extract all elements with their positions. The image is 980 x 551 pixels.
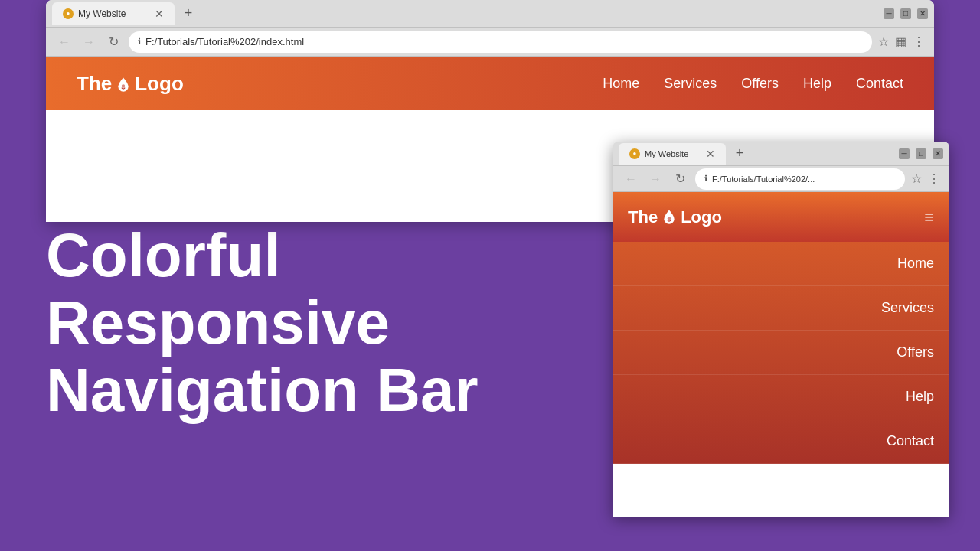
browser-tab-small[interactable]: ● My Website ✕ — [619, 143, 726, 165]
background-headline: Colorful Responsive Navigation Bar — [46, 222, 479, 424]
tab-bar-large: ● My Website ✕ + — [52, 2, 877, 25]
lock-icon-large: ℹ — [138, 37, 141, 47]
nav-link-help-large[interactable]: Help — [803, 76, 831, 92]
browser-window-small: ● My Website ✕ + ─ □ ✕ ← → ↻ ℹ F:/Tutori… — [612, 142, 949, 517]
maximize-button-small[interactable]: □ — [916, 148, 926, 159]
menu-icon-small[interactable]: ⋮ — [928, 171, 940, 186]
close-button-large[interactable]: ✕ — [917, 8, 928, 19]
logo-text-logo-small: Logo — [681, 207, 722, 227]
logo-text-the-small: The — [628, 207, 658, 227]
bookmark-icon-small[interactable]: ☆ — [911, 171, 922, 186]
address-actions-small: ☆ ⋮ — [911, 171, 940, 186]
site-logo-small: The Logo — [628, 207, 924, 227]
menu-icon-large[interactable]: ⋮ — [913, 34, 925, 49]
lock-icon-small: ℹ — [704, 174, 707, 184]
address-bar-large: ← → ↻ ℹ F:/Tutorials/Tutorial%202/index.… — [46, 28, 934, 57]
refresh-button-large[interactable]: ↻ — [104, 33, 122, 51]
logo-drop-icon — [115, 75, 132, 92]
hamburger-menu-button[interactable]: ≡ — [924, 207, 934, 227]
new-tab-button-large[interactable]: + — [178, 3, 199, 24]
tab-favicon-large: ● — [63, 8, 74, 19]
nav-link-offers-large[interactable]: Offers — [741, 76, 779, 92]
website-content-small — [612, 464, 949, 517]
close-button-small[interactable]: ✕ — [933, 148, 943, 159]
forward-button-small[interactable]: → — [646, 170, 665, 188]
tab-close-small[interactable]: ✕ — [706, 148, 715, 160]
tab-bar-small: ● My Website ✕ + — [619, 143, 893, 165]
mobile-nav-menu: Home Services Offers Help Contact — [612, 242, 949, 464]
refresh-button-small[interactable]: ↻ — [671, 170, 689, 188]
window-controls-large: ─ □ ✕ — [884, 8, 928, 19]
mobile-nav-contact[interactable]: Contact — [612, 419, 949, 464]
nav-link-contact-large[interactable]: Contact — [856, 76, 903, 92]
forward-button-large[interactable]: → — [80, 33, 98, 51]
address-input-large[interactable]: ℹ F:/Tutorials/Tutorial%202/index.html — [129, 31, 872, 53]
new-tab-button-small[interactable]: + — [729, 143, 750, 165]
browser-tab-large[interactable]: ● My Website ✕ — [52, 2, 175, 25]
address-input-small[interactable]: ℹ F:/Tutorials/Tutorial%202/... — [695, 168, 905, 190]
website-navbar-large: The Logo Home Services Offers Help Conta… — [46, 57, 934, 110]
minimize-button-small[interactable]: ─ — [899, 148, 910, 159]
logo-drop-icon-small — [661, 209, 678, 226]
logo-text-the: The — [77, 72, 112, 96]
nav-link-services-large[interactable]: Services — [664, 76, 717, 92]
cast-icon-large[interactable]: ▦ — [895, 34, 906, 49]
titlebar-small: ● My Website ✕ + ─ □ ✕ — [612, 142, 949, 166]
maximize-button-large[interactable]: □ — [900, 8, 911, 19]
back-button-large[interactable]: ← — [55, 33, 74, 51]
svg-point-0 — [122, 84, 125, 87]
tab-title-large: My Website — [78, 8, 126, 19]
svg-point-1 — [668, 217, 671, 220]
titlebar-large: ● My Website ✕ + ─ □ ✕ — [46, 0, 934, 28]
bookmark-icon-large[interactable]: ☆ — [878, 34, 889, 49]
mobile-nav-help[interactable]: Help — [612, 375, 949, 419]
mobile-nav-home[interactable]: Home — [612, 242, 949, 286]
tab-title-small: My Website — [645, 149, 688, 158]
mobile-nav-offers[interactable]: Offers — [612, 331, 949, 375]
logo-text-logo: Logo — [135, 72, 184, 96]
website-navbar-small: The Logo ≡ — [612, 192, 949, 242]
minimize-button-large[interactable]: ─ — [884, 8, 894, 19]
address-actions-large: ☆ ▦ ⋮ — [878, 34, 925, 49]
back-button-small[interactable]: ← — [622, 170, 640, 188]
tab-favicon-small: ● — [629, 148, 640, 159]
tab-close-large[interactable]: ✕ — [155, 8, 164, 20]
address-bar-small: ← → ↻ ℹ F:/Tutorials/Tutorial%202/... ☆ … — [612, 166, 949, 192]
address-text-large: F:/Tutorials/Tutorial%202/index.html — [145, 36, 304, 47]
nav-link-home-large[interactable]: Home — [603, 76, 639, 92]
address-text-small: F:/Tutorials/Tutorial%202/... — [712, 174, 815, 184]
site-logo-large: The Logo — [77, 72, 603, 96]
window-controls-small: ─ □ ✕ — [899, 148, 943, 159]
site-nav-large: Home Services Offers Help Contact — [603, 76, 903, 92]
mobile-nav-services[interactable]: Services — [612, 286, 949, 331]
